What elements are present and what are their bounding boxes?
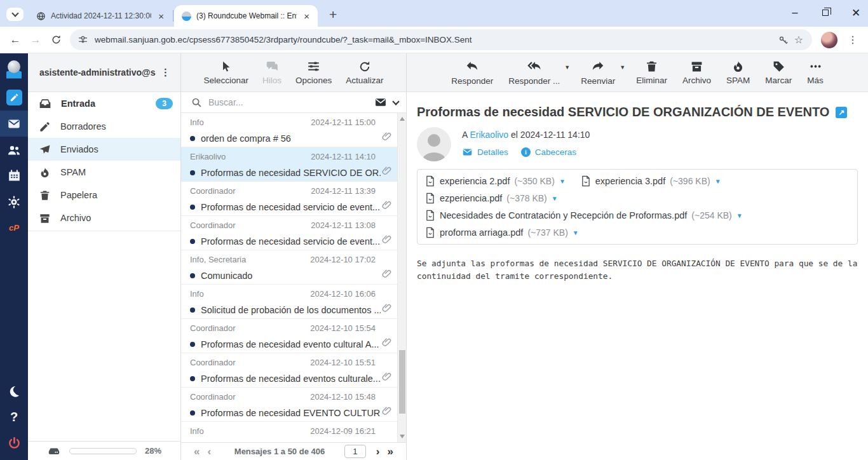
window-close-button[interactable]: ✕: [850, 7, 862, 18]
headers-link[interactable]: i Cabeceras: [521, 147, 576, 157]
reply-all-button[interactable]: Responder ...: [503, 60, 566, 86]
close-tab-icon[interactable]: ×: [302, 11, 311, 22]
attachment-item[interactable]: proforma arriaga.pdf (~737 KB) ▼: [425, 227, 850, 238]
page-number-input[interactable]: [344, 445, 366, 458]
spam-button[interactable]: SPAM: [721, 60, 756, 85]
scroll-up-arrow-icon[interactable]: [400, 117, 405, 121]
open-in-new-window-icon[interactable]: ↗: [836, 107, 847, 118]
attachment-menu-icon[interactable]: ▼: [736, 212, 743, 219]
browser-tab-roundcube[interactable]: (3) Roundcube Webmail :: Envia ×: [174, 5, 318, 27]
forward-button[interactable]: Reenviar: [575, 60, 621, 86]
message-row[interactable]: Info, Secretaria2024-12-10 17:02 Comunic…: [181, 250, 406, 285]
pagination-bar: « ‹ Mensajes 1 a 50 de 406 › »: [181, 442, 406, 460]
new-tab-button[interactable]: +: [324, 7, 342, 22]
message-row[interactable]: Coordinador2024-12-11 13:39 Proformas de…: [181, 182, 406, 216]
message-row[interactable]: Coordinador2024-12-10 15:48 Proformas de…: [181, 388, 406, 422]
attachment-menu-icon[interactable]: ▼: [573, 229, 579, 236]
prev-page-button[interactable]: ‹: [203, 445, 215, 458]
more-button[interactable]: Más: [801, 60, 829, 85]
forward-dropdown-icon[interactable]: ▼: [620, 64, 625, 71]
message-row[interactable]: Coordinador2024-12-10 15:51 Proformas de…: [181, 353, 406, 388]
message-sender: Coordinador: [190, 392, 236, 405]
site-settings-icon[interactable]: [78, 34, 88, 45]
reply-button[interactable]: Responder: [445, 60, 499, 86]
password-key-icon[interactable]: [778, 34, 789, 46]
unread-dot: [190, 308, 195, 313]
message-row-selected[interactable]: Erikaolivo2024-12-11 14:10 Proformas de …: [181, 147, 406, 182]
folder-entrada[interactable]: Entrada 3: [28, 92, 180, 115]
attachment-size: (~350 KB): [514, 176, 554, 186]
attachment-item[interactable]: ezperiencia.pdf (~378 KB) ▼: [425, 193, 558, 204]
folder-archivo[interactable]: Archivo: [28, 206, 180, 229]
attachment-name[interactable]: experiencia 3.pdf: [595, 176, 665, 186]
message-row[interactable]: Info2024-12-11 15:00 orden de compra # 5…: [181, 113, 406, 147]
archive-button[interactable]: Archivo: [677, 60, 717, 85]
folder-spam[interactable]: SPAM: [28, 161, 180, 184]
rail-mail-button[interactable]: [0, 111, 28, 137]
details-link[interactable]: Detalles: [462, 147, 508, 158]
scroll-down-arrow-icon[interactable]: [400, 435, 405, 438]
delete-button[interactable]: Eliminar: [630, 60, 673, 85]
rail-logout-button[interactable]: [0, 430, 28, 456]
list-toolbar: Seleccionar Hilos Opciones Actualizar: [181, 53, 406, 92]
message-row[interactable]: Coordinador2024-12-10 15:54 Proformas de…: [181, 319, 406, 353]
search-options-chevron-icon[interactable]: [392, 98, 399, 105]
url-text[interactable]: webmail.sanjuan.gob.ec/cpsess6773850452/…: [95, 35, 778, 44]
list-scrollbar[interactable]: [397, 113, 406, 442]
first-page-button[interactable]: «: [190, 445, 203, 458]
bookmark-star-icon[interactable]: ☆: [789, 34, 808, 46]
back-button[interactable]: ←: [5, 30, 25, 50]
threads-icon: [266, 60, 279, 73]
reload-button[interactable]: [46, 30, 66, 50]
rail-help-button[interactable]: ?: [0, 404, 28, 430]
message-date: 2024-12-10 16:06: [310, 289, 376, 302]
attachment-name[interactable]: ezperiencia.pdf: [440, 193, 502, 203]
window-restore-button[interactable]: [820, 7, 831, 18]
tab-search-button[interactable]: [6, 8, 24, 21]
account-menu-icon[interactable]: ⋮: [156, 67, 175, 78]
next-page-button[interactable]: ›: [372, 445, 384, 458]
browser-profile-avatar[interactable]: [821, 32, 837, 48]
message-row[interactable]: Coordinador2024-12-11 13:08 Proformas de…: [181, 216, 406, 250]
rail-compose-button[interactable]: [0, 85, 28, 111]
folder-enviados[interactable]: Enviados: [28, 138, 180, 161]
forward-button[interactable]: →: [25, 30, 46, 50]
folder-borradores[interactable]: Borradores: [28, 115, 180, 138]
gear-icon: [7, 195, 21, 209]
attachment-item[interactable]: experiencia 2.pdf (~350 KB) ▼: [425, 175, 566, 187]
rail-darkmode-button[interactable]: [0, 378, 28, 404]
mark-button[interactable]: Marcar: [759, 60, 797, 85]
attachment-menu-icon[interactable]: ▼: [559, 178, 566, 185]
attachment-menu-icon[interactable]: ▼: [715, 178, 721, 185]
browser-tab-activity[interactable]: Actividad 2024-12-11 12:30:00 ×: [29, 5, 172, 27]
rail-cpanel-button[interactable]: cP: [0, 215, 28, 241]
attachment-name[interactable]: Necesidades de Contratación y Recepción …: [440, 210, 687, 220]
rail-settings-button[interactable]: [0, 189, 28, 215]
window-minimize-button[interactable]: –: [789, 7, 801, 18]
url-bar[interactable]: webmail.sanjuan.gob.ec/cpsess6773850452/…: [70, 29, 812, 50]
reply-all-dropdown-icon[interactable]: ▼: [564, 64, 570, 71]
threads-button[interactable]: Hilos: [258, 60, 286, 85]
folder-papelera[interactable]: Papelera: [28, 184, 180, 206]
last-page-button[interactable]: »: [384, 445, 397, 458]
select-button[interactable]: Seleccionar: [200, 60, 254, 85]
search-scope-icon[interactable]: [374, 96, 387, 109]
message-row[interactable]: Info2024-12-09 16:21: [181, 422, 406, 442]
message-row[interactable]: Info2024-12-10 16:06 Solicitud de probac…: [181, 285, 406, 319]
attachment-item[interactable]: experiencia 3.pdf (~396 KB) ▼: [581, 175, 721, 187]
roundcube-logo[interactable]: [0, 58, 28, 85]
browser-menu-icon[interactable]: ⋮: [843, 34, 863, 46]
close-tab-icon[interactable]: ×: [156, 11, 166, 22]
refresh-button[interactable]: Actualizar: [341, 60, 388, 85]
attachment-name[interactable]: proforma arriaga.pdf: [440, 227, 523, 238]
attachment-menu-icon[interactable]: ▼: [552, 195, 558, 202]
rail-contacts-button[interactable]: [0, 137, 28, 163]
info-icon: i: [521, 147, 531, 157]
scrollbar-thumb[interactable]: [399, 350, 405, 414]
recipient-link[interactable]: Erikaolivo: [470, 130, 508, 140]
attachment-name[interactable]: experiencia 2.pdf: [440, 176, 510, 186]
rail-calendar-button[interactable]: [0, 163, 28, 189]
options-button[interactable]: Opciones: [291, 60, 336, 85]
attachment-item[interactable]: Necesidades de Contratación y Recepción …: [425, 210, 850, 221]
search-input[interactable]: [208, 97, 368, 107]
